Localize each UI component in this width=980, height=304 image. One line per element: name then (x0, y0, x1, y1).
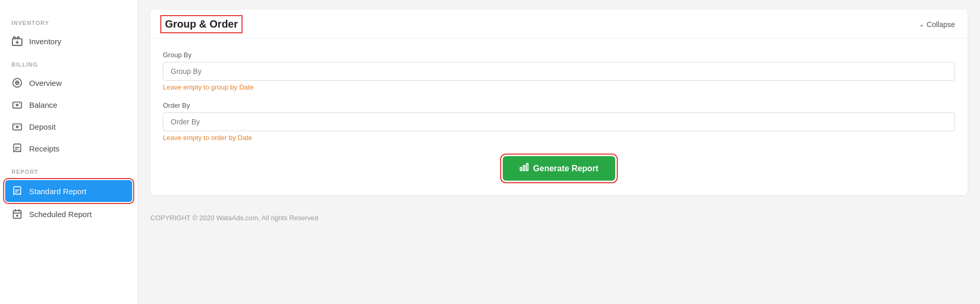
chevron-down-icon: ⌄ (919, 21, 924, 28)
order-by-field: Order By Leave empty to order by Date (163, 102, 955, 142)
svg-rect-22 (520, 168, 522, 171)
main-content: Group & Order ⌄ Collapse Group By Leave … (138, 0, 980, 304)
sidebar-item-receipts-label: Receipts (29, 144, 59, 153)
collapse-label: Collapse (927, 20, 955, 29)
group-by-hint: Leave empty to group by Date (163, 83, 955, 91)
group-order-card: Group & Order ⌄ Collapse Group By Leave … (150, 9, 968, 195)
sidebar-item-inventory[interactable]: Inventory (0, 30, 137, 52)
order-by-input[interactable] (163, 112, 955, 131)
copyright-text: COPYRIGHT © 2020 WataAds.com, All rights… (150, 214, 318, 222)
svg-rect-8 (13, 124, 22, 130)
sidebar-item-overview-label: Overview (29, 79, 62, 87)
svg-rect-6 (13, 102, 22, 108)
sidebar-item-scheduled-report-label: Scheduled Report (29, 210, 92, 219)
sidebar-item-standard-report[interactable]: Standard Report (5, 180, 132, 202)
sidebar-item-overview[interactable]: Overview (0, 72, 137, 94)
billing-section-label: BILLING (0, 52, 137, 72)
generate-report-button[interactable]: Generate Report (503, 156, 615, 181)
group-by-input[interactable] (163, 62, 955, 81)
svg-point-7 (16, 104, 18, 106)
order-by-hint: Leave empty to order by Date (163, 134, 955, 142)
generate-report-label: Generate Report (533, 164, 598, 173)
sidebar: INVENTORY Inventory BILLING Overview Bal… (0, 0, 138, 304)
card-header: Group & Order ⌄ Collapse (150, 9, 968, 39)
sidebar-item-scheduled-report[interactable]: Scheduled Report (0, 203, 137, 225)
sidebar-item-balance[interactable]: Balance (0, 94, 137, 116)
deposit-icon (11, 121, 23, 132)
report-section-label: REPORT (0, 159, 137, 179)
svg-point-5 (17, 82, 18, 83)
sidebar-item-inventory-label: Inventory (29, 37, 61, 46)
sidebar-item-deposit[interactable]: Deposit (0, 116, 137, 137)
overview-icon (11, 77, 23, 88)
group-by-label: Group By (163, 51, 955, 59)
sidebar-item-balance-label: Balance (29, 100, 57, 109)
card-title: Group & Order (163, 18, 240, 31)
inventory-section-label: INVENTORY (0, 10, 137, 30)
receipts-icon (11, 143, 23, 154)
sidebar-item-standard-report-label: Standard Report (29, 187, 86, 196)
standard-report-icon (11, 185, 23, 197)
generate-btn-row: Generate Report (163, 156, 955, 181)
sidebar-item-deposit-label: Deposit (29, 122, 56, 131)
bar-chart-icon (519, 162, 529, 174)
footer: COPYRIGHT © 2020 WataAds.com, All rights… (138, 205, 980, 231)
balance-icon (11, 99, 23, 110)
svg-point-9 (16, 126, 18, 128)
svg-rect-21 (524, 166, 525, 171)
card-body: Group By Leave empty to group by Date Or… (150, 39, 968, 195)
group-by-field: Group By Leave empty to group by Date (163, 51, 955, 91)
svg-rect-20 (527, 163, 528, 171)
order-by-label: Order By (163, 102, 955, 109)
sidebar-item-receipts[interactable]: Receipts (0, 137, 137, 159)
collapse-button[interactable]: ⌄ Collapse (919, 20, 955, 29)
inventory-icon (11, 35, 23, 47)
scheduled-report-icon (11, 208, 23, 220)
